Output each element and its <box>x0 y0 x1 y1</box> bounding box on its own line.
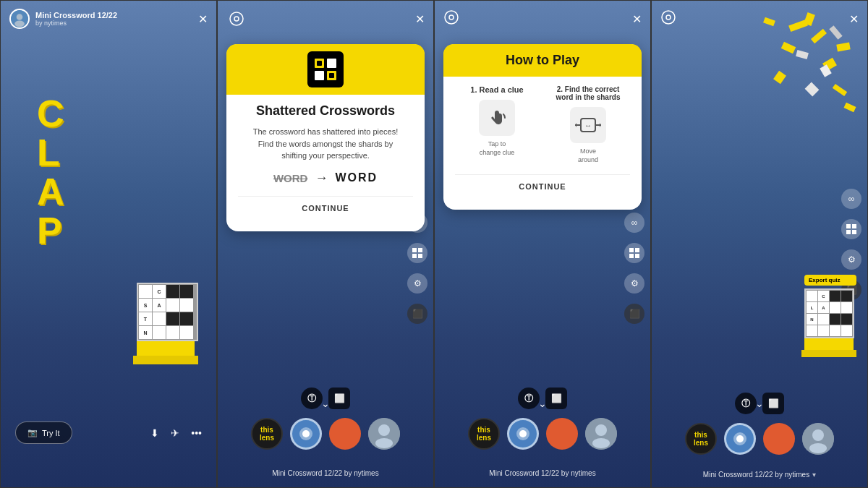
continue-button-3[interactable]: CONTINUE <box>455 174 630 198</box>
friend-avatar-4[interactable] <box>802 423 834 455</box>
export-badge[interactable]: Export quiz <box>804 275 856 286</box>
instruction-2-number: 2. Find the correctword in the shards <box>546 85 630 101</box>
svg-rect-15 <box>418 254 422 258</box>
nyt-circle-icon-3[interactable]: Ⓣ <box>518 388 540 409</box>
nyt-square-icon-4[interactable]: ⬜ <box>762 393 784 414</box>
continue-button[interactable]: CONTINUE <box>238 196 413 220</box>
instruction-1-number: 1. Read a clue <box>455 85 539 94</box>
svg-rect-31 <box>629 254 634 258</box>
settings-icon[interactable] <box>226 9 247 29</box>
more-icon[interactable]: ••• <box>191 427 202 439</box>
svg-rect-11 <box>329 73 334 78</box>
top-bar: Mini Crossword 12/22 by nytimes ✕ <box>1 1 216 37</box>
svg-point-45 <box>736 435 744 442</box>
capture-button-4[interactable] <box>724 423 756 455</box>
pixel-base-4b <box>801 350 856 357</box>
snap-button[interactable]: thislens <box>251 418 283 450</box>
screen-2: ✕ Shatt <box>217 0 434 488</box>
gear-icon[interactable]: ⚙ <box>407 273 427 294</box>
instruction-1-label: Tap tochange clue <box>455 140 539 157</box>
snap-button-3[interactable]: thislens <box>468 418 500 450</box>
nyt-square-icon-3[interactable]: ⬜ <box>545 388 567 409</box>
title-card: Shattered Crosswords The crossword has s… <box>226 44 425 231</box>
bitmoji-button[interactable] <box>329 418 361 450</box>
bottom-title-3: Mini Crossword 12/22 by nytimes <box>435 464 650 487</box>
card-description: The crossword has shattered into pieces!… <box>238 126 413 162</box>
letter-p: P <box>37 212 63 249</box>
nyt-square-icon[interactable]: ⬜ <box>328 388 350 409</box>
try-it-button[interactable]: 📷 Try It <box>15 421 72 444</box>
how-to-play-header: How to Play <box>443 44 642 77</box>
download-icon[interactable]: ⬇ <box>150 427 159 439</box>
settings-icon-3[interactable] <box>443 9 459 28</box>
nyt-circle-icon-4[interactable]: Ⓣ <box>735 393 757 414</box>
gear-icon-4[interactable]: ⚙ <box>841 249 861 270</box>
svg-marker-27 <box>600 123 601 127</box>
friend-avatar-3[interactable] <box>585 418 617 450</box>
svg-point-20 <box>375 438 393 448</box>
instruction-1-icon <box>479 100 515 136</box>
camera-icon: 📷 <box>27 428 38 437</box>
close-button-2[interactable]: ✕ <box>415 12 425 26</box>
record-icon-3[interactable]: ⬛ <box>624 304 644 324</box>
top-bar-info: Mini Crossword 12/22 by nytimes <box>35 11 117 27</box>
bottom-icons: ⬇ ✈ ••• <box>150 427 202 439</box>
infinity-icon-4[interactable]: ∞ <box>841 189 861 209</box>
instructions-row: 1. Read a clue Tap tochange clue 2. Find… <box>455 85 630 164</box>
letter-a: A <box>37 173 63 210</box>
instruction-2-icon: ↔ <box>570 107 606 143</box>
bitmoji-button-3[interactable] <box>546 418 578 450</box>
infinity-icon-3[interactable]: ∞ <box>624 213 644 233</box>
svg-rect-41 <box>852 224 856 228</box>
bitmoji-button-4[interactable] <box>763 423 795 455</box>
svg-point-34 <box>519 430 527 437</box>
gear-icon-3[interactable]: ⚙ <box>624 273 644 294</box>
card-title: Shattered Crosswords <box>238 103 413 119</box>
capture-button-3[interactable] <box>507 418 539 450</box>
nyt-logo <box>307 51 344 87</box>
svg-point-37 <box>592 438 610 448</box>
friend-avatar[interactable] <box>368 418 400 450</box>
bottom-actions-3: thislens <box>435 412 650 464</box>
dropdown-arrow[interactable]: ▾ <box>812 471 816 479</box>
letter-c: C <box>37 95 63 132</box>
close-button-3[interactable]: ✕ <box>632 12 642 26</box>
grid-icon-3[interactable] <box>624 243 644 263</box>
arrow-icon: → <box>315 171 328 186</box>
bottom-actions-4: thislens <box>652 417 867 469</box>
snap-button-4[interactable]: thislens <box>685 423 717 455</box>
pixel-base <box>137 341 195 356</box>
svg-rect-32 <box>635 254 639 258</box>
grid-icon[interactable] <box>407 243 427 263</box>
avatar <box>9 9 30 29</box>
svg-point-48 <box>809 443 827 453</box>
capture-button[interactable] <box>290 418 322 450</box>
bottom-actions-2: thislens <box>218 412 433 464</box>
close-button[interactable]: ✕ <box>198 12 208 26</box>
pixel-base-2 <box>133 356 198 364</box>
bottom-bar-2: Ⓣ ⬜ thislens Mini Crossword 12/22 by nyt… <box>218 388 433 487</box>
top-bar-left: Mini Crossword 12/22 by nytimes <box>9 9 117 29</box>
svg-rect-43 <box>852 230 856 234</box>
share-icon[interactable]: ✈ <box>171 427 179 439</box>
close-button-4[interactable]: ✕ <box>849 12 859 26</box>
grid-icon-4[interactable] <box>841 219 861 239</box>
word-transform: WORD → WORD <box>238 171 413 186</box>
top-bar-title: Mini Crossword 12/22 <box>35 11 117 20</box>
svg-point-2 <box>14 21 25 27</box>
record-icon[interactable]: ⬛ <box>407 304 427 324</box>
top-bar-4: ✕ <box>652 1 867 37</box>
settings-icon-4[interactable] <box>660 9 676 28</box>
clap-letters: C L A P <box>37 95 63 249</box>
svg-point-38 <box>662 11 675 24</box>
screens-container: Mini Crossword 12/22 by nytimes ✕ C L A … <box>0 0 868 488</box>
nyt-logo-svg <box>311 55 340 84</box>
tap-icon <box>486 107 508 129</box>
move-icon: ↔ <box>575 114 601 136</box>
svg-point-17 <box>302 430 310 437</box>
svg-point-47 <box>812 429 824 441</box>
nyt-circle-icon[interactable]: Ⓣ <box>301 388 323 409</box>
svg-point-22 <box>449 15 454 20</box>
screen-3: ✕ How to Play 1. Read a clue Tap tocha <box>434 0 651 488</box>
top-bar-3: ✕ <box>435 1 650 37</box>
